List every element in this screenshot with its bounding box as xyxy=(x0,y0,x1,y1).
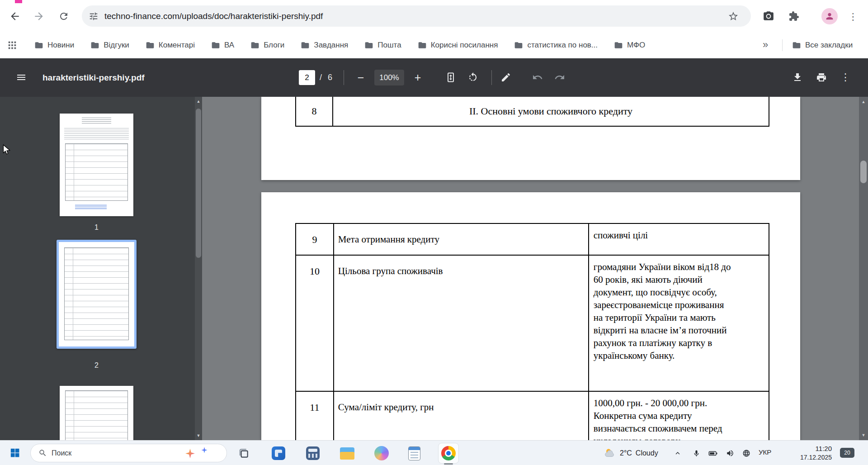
screenshot-extension-button[interactable] xyxy=(759,7,778,26)
thumbnail-page-1[interactable] xyxy=(60,114,133,216)
thumb-decoration xyxy=(75,205,107,209)
back-icon xyxy=(9,10,21,22)
apps-grid-button[interactable] xyxy=(6,39,18,51)
bookmark-star-button[interactable] xyxy=(724,7,743,26)
down-arrow-icon: ▼ xyxy=(197,434,201,438)
chrome-button[interactable] xyxy=(439,444,458,463)
bookmark-label: Коментарі xyxy=(159,41,195,50)
download-button[interactable] xyxy=(788,68,807,87)
toolbar-divider xyxy=(344,70,344,85)
file-explorer-icon xyxy=(340,447,354,460)
undo-button[interactable] xyxy=(528,68,547,87)
pinned-app-button[interactable] xyxy=(269,444,288,463)
start-button[interactable] xyxy=(6,444,24,461)
annotate-button[interactable] xyxy=(496,68,515,87)
microphone-tray-button[interactable] xyxy=(689,446,703,460)
all-bookmarks-label: Все закладки xyxy=(805,41,853,50)
windows-logo-icon xyxy=(10,448,20,458)
pdf-menu-button[interactable]: ⋮ xyxy=(836,68,855,87)
row-number-cell: 9 xyxy=(296,224,334,256)
back-button[interactable] xyxy=(5,7,24,26)
reload-icon xyxy=(58,11,69,22)
bookmarks-overflow-button[interactable]: » xyxy=(759,38,772,52)
sidebar-scroll-up-button[interactable]: ▲ xyxy=(195,97,202,106)
page-number-input[interactable] xyxy=(299,70,315,85)
browser-menu-button[interactable]: ⋮ xyxy=(844,7,863,26)
clock-widget[interactable]: 11:20 17.12.2025 xyxy=(788,444,832,462)
undo-icon xyxy=(532,72,543,83)
forward-button[interactable] xyxy=(29,7,48,26)
extensions-button[interactable] xyxy=(784,7,803,26)
zoom-in-button[interactable]: + xyxy=(408,68,427,87)
document-scrollbar-thumb[interactable] xyxy=(860,161,867,183)
bookmark-label: Блоги xyxy=(264,41,284,50)
notepad-button[interactable] xyxy=(405,444,424,463)
scroll-down-button[interactable]: ▼ xyxy=(859,430,868,440)
language-indicator[interactable]: УКР xyxy=(759,448,771,456)
pdf-sidebar-toggle-button[interactable] xyxy=(12,68,31,87)
bookmark-label: Пошта xyxy=(377,41,401,50)
bookmark-folder-poshta[interactable]: Пошта xyxy=(364,41,401,50)
battery-tray-button[interactable] xyxy=(706,446,720,460)
file-explorer-button[interactable] xyxy=(338,444,357,463)
scroll-up-button[interactable]: ▲ xyxy=(859,97,868,107)
pdf-title: harakteristiki-pershiy.pdf xyxy=(42,58,145,97)
bookmark-folder-komentari[interactable]: Коментарі xyxy=(146,41,195,50)
row-label-cell: Цільова група споживачів xyxy=(334,256,589,392)
taskbar-search-box[interactable]: Поиск xyxy=(30,444,227,462)
document-scrollbar[interactable]: ▲ ▼ xyxy=(859,97,868,440)
speaker-icon xyxy=(726,449,734,457)
globe-icon xyxy=(742,449,750,457)
bookmark-folder-statystyka[interactable]: статистика по нов... xyxy=(514,41,598,50)
bookmark-folder-blohy[interactable]: Блоги xyxy=(250,41,284,50)
task-view-button[interactable] xyxy=(234,444,253,463)
copilot-button[interactable] xyxy=(372,444,391,463)
profile-avatar[interactable] xyxy=(821,8,838,24)
microphone-icon xyxy=(693,450,700,457)
bookmark-folder-mfo[interactable]: МФО xyxy=(614,41,645,50)
notification-count-badge[interactable]: 20 xyxy=(840,448,854,458)
bookmark-folder-va[interactable]: ВА xyxy=(211,41,234,50)
thumbnail-label-1: 1 xyxy=(60,223,133,232)
bookmark-folder-novyny[interactable]: Новини xyxy=(34,41,74,50)
search-icon xyxy=(38,449,47,457)
zoom-out-button[interactable]: − xyxy=(351,68,370,87)
down-arrow-icon: ▼ xyxy=(862,433,866,437)
bookmark-folder-vidhuky[interactable]: Відгуки xyxy=(90,41,129,50)
thumb-decoration xyxy=(65,390,128,440)
hidden-icons-button[interactable] xyxy=(670,446,685,460)
zoom-level[interactable]: 100% xyxy=(374,70,404,85)
calculator-button[interactable] xyxy=(303,444,322,463)
redo-button[interactable] xyxy=(550,68,569,87)
fit-page-button[interactable] xyxy=(441,68,460,87)
copilot-icon xyxy=(374,446,389,460)
bookmark-folder-korysni-posylannia[interactable]: Корисні посилання xyxy=(418,41,498,50)
reload-button[interactable] xyxy=(54,7,73,26)
toolbar-divider xyxy=(491,70,492,85)
url-text: techno-finance.com/uploads/doc/harakteri… xyxy=(104,11,323,21)
volume-tray-button[interactable] xyxy=(723,446,737,460)
thumbnail-page-3[interactable] xyxy=(60,386,133,440)
puzzle-icon xyxy=(788,11,799,22)
sidebar-scrollbar[interactable]: ▲ ▼ xyxy=(195,97,202,440)
site-settings-icon[interactable] xyxy=(89,11,99,21)
all-bookmarks-button[interactable]: Все закладки xyxy=(792,32,853,58)
folder-icon xyxy=(250,41,259,50)
copilot-sparkle-icon xyxy=(184,448,196,459)
rotate-button[interactable] xyxy=(463,68,482,87)
address-bar[interactable]: techno-finance.com/uploads/doc/harakteri… xyxy=(82,5,751,27)
plus-icon: + xyxy=(415,71,421,84)
network-tray-button[interactable] xyxy=(739,446,754,460)
thumbnail-page-2-selected[interactable] xyxy=(57,240,137,349)
weather-widget[interactable]: 2°C Cloudy xyxy=(604,444,658,462)
print-button[interactable] xyxy=(812,68,831,87)
sidebar-scroll-down-button[interactable]: ▼ xyxy=(195,431,202,440)
star-icon xyxy=(728,11,739,22)
folder-icon xyxy=(364,41,373,50)
bookmark-label: МФО xyxy=(627,41,645,50)
battery-icon xyxy=(708,448,718,458)
table-row: 9 Мета отримання кредиту споживчі цілі xyxy=(296,224,769,256)
bookmark-label: статистика по нов... xyxy=(527,41,598,50)
bookmark-folder-zavdannia[interactable]: Завдання xyxy=(301,41,348,50)
sidebar-scrollbar-thumb[interactable] xyxy=(196,109,201,258)
